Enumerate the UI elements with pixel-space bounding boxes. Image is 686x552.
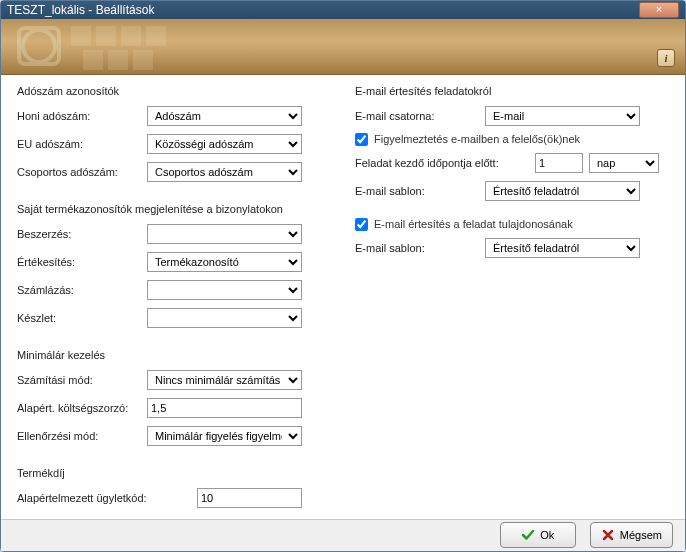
check-icon [521, 528, 535, 542]
label-ertekesites: Értékesítés: [17, 256, 147, 268]
window-title: TESZT_lokális - Beállítások [7, 3, 639, 17]
svg-rect-8 [133, 50, 153, 70]
header-decoration [1, 18, 181, 74]
input-default-multiplier[interactable] [147, 398, 302, 418]
label-beszerzes: Beszerzés: [17, 228, 147, 240]
settings-window: TESZT_lokális - Beállítások × [0, 0, 686, 552]
select-beszerzes[interactable] [147, 224, 302, 244]
label-keszlet: Készlet: [17, 312, 147, 324]
svg-rect-4 [121, 26, 141, 46]
select-before-unit[interactable]: nap [589, 153, 659, 173]
svg-rect-2 [71, 26, 91, 46]
group-product-ids: Saját termékazonosítók megjelenítése a b… [17, 203, 331, 335]
svg-rect-7 [108, 50, 128, 70]
select-calc-mode[interactable]: Nincs minimálár számítás [147, 370, 302, 390]
select-szamlazas[interactable] [147, 280, 302, 300]
input-before-value[interactable] [535, 153, 583, 173]
select-email-template-1[interactable]: Értesítő feladatról [485, 181, 640, 201]
select-email-channel[interactable]: E-mail [485, 106, 640, 126]
cancel-button-label: Mégsem [620, 529, 662, 541]
label-group-tax: Csoportos adószám: [17, 166, 147, 178]
group-email-notify: E-mail értesítés feladatokról E-mail csa… [355, 85, 669, 265]
content-area: Adószám azonosítók Honi adószám: Adószám… [1, 75, 685, 519]
cancel-button[interactable]: Mégsem [590, 522, 673, 548]
close-button[interactable]: × [639, 2, 679, 18]
cross-icon [601, 528, 615, 542]
select-keszlet[interactable] [147, 308, 302, 328]
label-calc-mode: Számítási mód: [17, 374, 147, 386]
right-column: E-mail értesítés feladatokról E-mail csa… [355, 85, 669, 515]
info-icon[interactable]: i [657, 49, 675, 67]
select-eu-tax[interactable]: Közösségi adószám [147, 134, 302, 154]
svg-point-0 [23, 30, 55, 62]
group-title-email: E-mail értesítés feladatokról [355, 85, 669, 97]
label-default-multiplier: Alapért. költségszorzó: [17, 402, 147, 414]
label-email-template-2: E-mail sablon: [355, 242, 485, 254]
ok-button[interactable]: Ok [500, 522, 576, 548]
input-default-tx-code[interactable] [197, 488, 302, 508]
group-min-price: Minimálár kezelés Számítási mód: Nincs m… [17, 349, 331, 453]
svg-rect-5 [146, 26, 166, 46]
label-default-tx-code: Alapértelmezett ügyletkód: [17, 492, 197, 504]
label-email-channel: E-mail csatorna: [355, 110, 485, 122]
label-home-tax: Honi adószám: [17, 110, 147, 122]
group-title-tax: Adószám azonosítók [17, 85, 331, 97]
svg-rect-3 [96, 26, 116, 46]
select-ertekesites[interactable]: Termékazonosító [147, 252, 302, 272]
checkbox-notify-owner[interactable] [355, 218, 368, 231]
label-check-mode: Ellenőrzési mód: [17, 430, 147, 442]
select-check-mode[interactable]: Minimálár figyelés figyelmezt [147, 426, 302, 446]
ok-button-label: Ok [540, 529, 554, 541]
label-warn-responsible: Figyelmeztetés e-mailben a felelős(ök)ne… [374, 133, 580, 145]
footer: Ok Mégsem [1, 519, 685, 551]
select-email-template-2[interactable]: Értesítő feladatról [485, 238, 640, 258]
label-eu-tax: EU adószám: [17, 138, 147, 150]
label-email-template-1: E-mail sablon: [355, 185, 485, 197]
group-termekdij: Termékdíj Alapértelmezett ügyletkód: [17, 467, 331, 515]
group-tax-ids: Adószám azonosítók Honi adószám: Adószám… [17, 85, 331, 189]
left-column: Adószám azonosítók Honi adószám: Adószám… [17, 85, 331, 515]
group-title-prodid: Saját termékazonosítók megjelenítése a b… [17, 203, 331, 215]
group-title-minprice: Minimálár kezelés [17, 349, 331, 361]
group-title-termekdij: Termékdíj [17, 467, 331, 479]
checkbox-warn-responsible[interactable] [355, 133, 368, 146]
svg-rect-6 [83, 50, 103, 70]
select-group-tax[interactable]: Csoportos adószám [147, 162, 302, 182]
label-before-start: Feladat kezdő időpontja előtt: [355, 157, 535, 169]
label-szamlazas: Számlázás: [17, 284, 147, 296]
select-home-tax[interactable]: Adószám [147, 106, 302, 126]
header-band: i [1, 19, 685, 75]
label-notify-owner: E-mail értesítés a feladat tulajdonosána… [374, 218, 573, 230]
titlebar: TESZT_lokális - Beállítások × [1, 1, 685, 19]
